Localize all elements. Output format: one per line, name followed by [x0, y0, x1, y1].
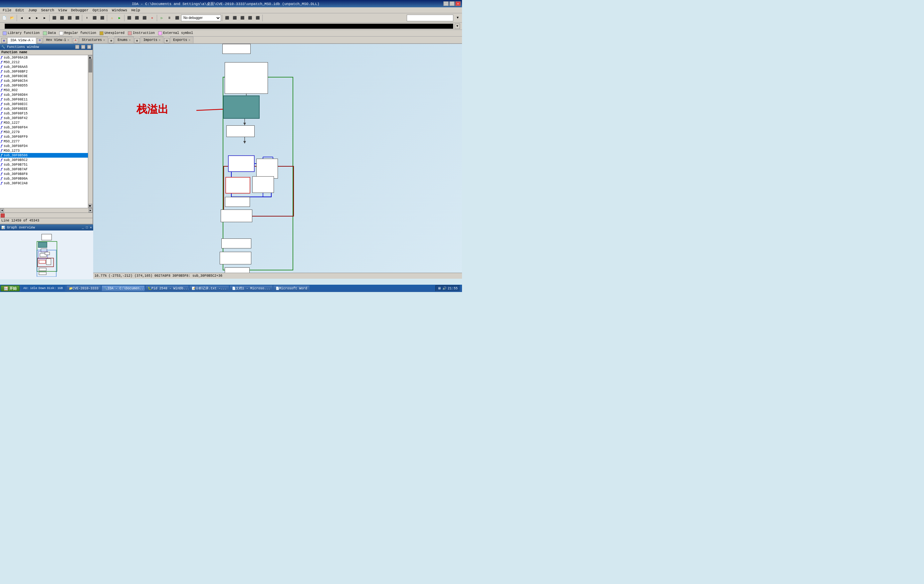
menu-edit[interactable]: Edit	[13, 7, 26, 13]
minimize-button[interactable]: _	[443, 1, 449, 6]
menu-options[interactable]: Options	[91, 7, 110, 13]
tab-structures[interactable]: Structures ✕	[79, 36, 108, 43]
graph-node-right[interactable]	[256, 159, 278, 179]
list-item[interactable]: ƒsub_30F0B751	[0, 162, 92, 167]
tab-imports[interactable]: Imports ✕	[140, 36, 163, 43]
tb-btn13[interactable]: ⬛	[223, 14, 231, 21]
graph-node-5[interactable]	[228, 155, 255, 172]
graph-view[interactable]: 栈溢出 函数结束 16.77% (-2753,-212) (374,165) 0…	[93, 44, 462, 279]
tb-btn5[interactable]: ⬛	[66, 14, 73, 21]
hscroll-right[interactable]: ▶	[89, 209, 92, 212]
list-item[interactable]: ƒsub_30F08C0E	[0, 74, 92, 79]
func-list-container[interactable]: ƒsub_30F08A1B ƒMSO_2212 ƒsub_30F08AA5 ƒs…	[0, 55, 92, 208]
tb-new[interactable]: 📄	[1, 14, 8, 21]
tb-back[interactable]: ◀	[18, 14, 25, 21]
menu-search[interactable]: Search	[39, 7, 56, 13]
search-go[interactable]: ▼	[454, 14, 461, 21]
tb-btn9[interactable]: ⬛	[99, 14, 106, 21]
graph-node-pink[interactable]	[225, 177, 250, 194]
graph-overview-content[interactable]	[0, 230, 93, 280]
tb-btn12[interactable]: ⬛	[141, 14, 148, 21]
list-item[interactable]: ƒsub_30F0C2A8	[0, 181, 92, 186]
graph-ov-close[interactable]: ✕	[90, 225, 92, 229]
tb-open[interactable]: 📂	[8, 14, 16, 21]
list-item[interactable]: ƒsub_30F08D84	[0, 92, 92, 97]
tab-imports-close[interactable]: ✕	[159, 38, 160, 42]
debugger-dropdown[interactable]: No debugger	[181, 15, 221, 21]
tb-fwd2[interactable]: ▶	[41, 14, 48, 21]
taskbar-windb[interactable]: 🐛 Pid 2548 - WinDb...	[145, 285, 189, 291]
scrollbar-up-arrow[interactable]: ▲	[89, 55, 92, 59]
list-item[interactable]: ƒMSO_8O2	[0, 88, 92, 92]
list-item-selected[interactable]: ƒsub_30F0B506	[0, 153, 92, 158]
taskbar-ida[interactable]: 🔧 IDA - C:\Documen...	[102, 285, 145, 291]
tb-stop2[interactable]: ⬛	[173, 14, 181, 21]
list-item[interactable]: ƒsub_30F0B8F8	[0, 172, 92, 176]
list-item[interactable]: ƒsub_30F08AA5	[0, 64, 92, 69]
list-item[interactable]: ƒsub_30F08F15	[0, 111, 92, 116]
tab-enums-close[interactable]: ✕	[129, 38, 130, 42]
list-item[interactable]: ƒMSO_2277	[0, 139, 92, 144]
list-item[interactable]: ƒsub_30F08E11	[0, 97, 92, 102]
tab-enums[interactable]: Enums ✕	[114, 36, 134, 43]
tb-btn10[interactable]: ⬛	[125, 14, 133, 21]
tab-structures-close[interactable]: ✕	[103, 38, 105, 42]
taskbar-word1[interactable]: 📄 文档1 - Microso...	[230, 285, 272, 291]
tb-btn15[interactable]: ⬛	[239, 14, 246, 21]
list-item[interactable]: ƒsub_30F08ECC	[0, 102, 92, 107]
graph-node-teal[interactable]	[223, 95, 260, 119]
maximize-button[interactable]: □	[449, 1, 455, 6]
list-item[interactable]: ƒsub_30F08F42	[0, 116, 92, 120]
list-item[interactable]: ƒsub_30F08EEE	[0, 107, 92, 111]
menu-help[interactable]: Help	[129, 7, 142, 13]
tb-pause[interactable]: ⏸	[166, 14, 173, 21]
menu-windows[interactable]: Windows	[110, 7, 129, 13]
window-controls[interactable]: _ □ ✕	[443, 1, 461, 6]
menu-file[interactable]: File	[1, 7, 13, 13]
taskbar-word2[interactable]: 📄 Microsoft Word	[273, 285, 310, 291]
list-item[interactable]: ƒMSO_2212	[0, 60, 92, 64]
tb-btn14[interactable]: ⬛	[231, 14, 238, 21]
graph-node-7[interactable]	[225, 197, 250, 207]
graph-node-8[interactable]	[221, 209, 252, 222]
list-item[interactable]: ƒsub_30F08BF2	[0, 69, 92, 74]
tb-btn17[interactable]: ⬛	[254, 14, 261, 21]
func-window-maximize[interactable]: □	[81, 45, 85, 49]
tb-back2[interactable]: ◀	[26, 14, 33, 21]
graph-node-11[interactable]	[220, 252, 251, 265]
list-item[interactable]: ƒMSO_1227	[0, 120, 92, 125]
list-item[interactable]: ƒsub_30F08D55	[0, 83, 92, 88]
list-item[interactable]: ƒsub_30F0B5C2	[0, 158, 92, 162]
list-item[interactable]: ƒsub_30F08F64	[0, 125, 92, 130]
list-item[interactable]: ƒsub_30F08C54	[0, 79, 92, 83]
graph-node-10[interactable]	[221, 239, 251, 248]
tab-exports-close[interactable]: ✕	[188, 38, 190, 42]
func-hscrollbar[interactable]: ◀ ▶	[0, 208, 92, 212]
hscroll-left[interactable]: ◀	[0, 209, 4, 212]
tb-btn4[interactable]: ⬛	[58, 14, 66, 21]
tb-warn[interactable]: ⚠	[108, 14, 116, 21]
tab-ida-view-a[interactable]: IDA View-A ✕	[7, 37, 36, 44]
taskbar-cve[interactable]: 📁 CVE-2010-3333	[66, 285, 101, 291]
tab-hex-view-1-close[interactable]: ✕	[67, 38, 69, 42]
tb-fwd[interactable]: ▶	[33, 14, 41, 21]
list-item[interactable]: ƒsub_30F08A1B	[0, 55, 92, 60]
start-button[interactable]: 🪟 开始	[1, 285, 20, 291]
tb-btn3[interactable]: ⬛	[51, 14, 58, 21]
system-tray[interactable]: 🖥 🔊 21:55	[436, 285, 460, 291]
scrollbar-thumb[interactable]	[89, 59, 92, 72]
taskbar-notepad[interactable]: 📝 分析记录.txt -...	[190, 285, 229, 291]
tab-hex-view-1[interactable]: Hex View-1 ✕	[43, 36, 72, 43]
menu-jump[interactable]: Jump	[26, 7, 39, 13]
tab-exports[interactable]: Exports ✕	[170, 36, 193, 43]
tab-ida-view-a-close[interactable]: ✕	[31, 39, 33, 42]
close-button[interactable]: ✕	[455, 1, 461, 6]
func-close-btn[interactable]	[1, 214, 5, 217]
tb-btn11[interactable]: ⬛	[133, 14, 140, 21]
list-item[interactable]: ƒMSO_2279	[0, 130, 92, 134]
func-window-close[interactable]: ✕	[87, 45, 91, 49]
menu-debugger[interactable]: Debugger	[69, 7, 91, 13]
tb-btn8[interactable]: ⬛	[91, 14, 98, 21]
list-item[interactable]: ƒsub_30F08FD4	[0, 144, 92, 148]
graph-ov-minimize[interactable]: _	[82, 226, 84, 229]
